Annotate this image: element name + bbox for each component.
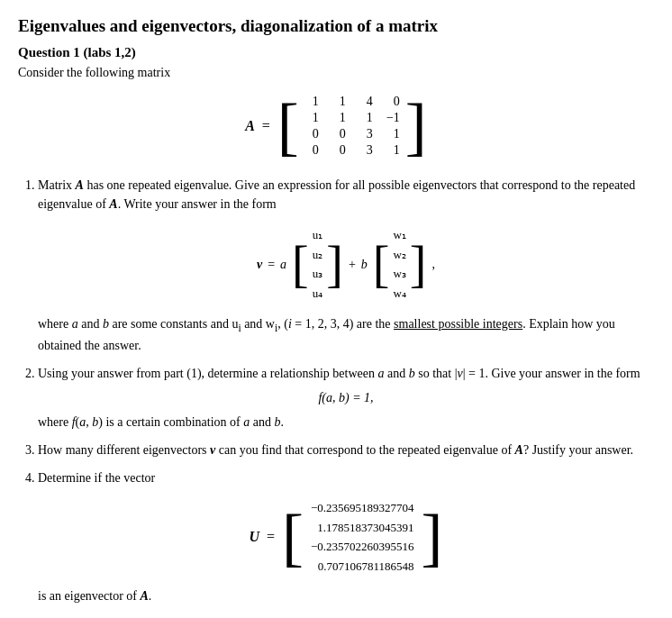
U-equals: = <box>267 526 275 548</box>
item2-text: Using your answer from part (1), determi… <box>38 367 640 380</box>
matrix-cell: 4 <box>359 95 373 109</box>
matrix-cell: 0 <box>304 127 319 141</box>
w-cell: w₂ <box>393 246 405 264</box>
matrix-cell: −1 <box>386 111 400 125</box>
bracket-left-icon: [ <box>277 94 299 159</box>
item1-text: Matrix A has one repeated eigenvalue. Gi… <box>38 178 635 211</box>
list-item-1: Matrix A has one repeated eigenvalue. Gi… <box>38 176 654 355</box>
matrix-cell: 0 <box>331 127 346 141</box>
equals-sign: = <box>262 118 270 134</box>
matrix-cell: 1 <box>304 111 319 125</box>
U-bracket-left-icon: [ <box>282 504 304 569</box>
w-cell: w₃ <box>393 265 405 283</box>
matrix-A-grid: 1 1 4 0 1 1 1 −1 0 0 3 1 0 0 3 1 <box>299 91 405 161</box>
U-bracket: [ −0.235695189327704 1.178518373045391 −… <box>282 496 443 577</box>
u-bracket-right-icon: ] <box>326 239 343 289</box>
u-cell: u₂ <box>313 246 323 264</box>
matrix-cell: 1 <box>331 111 346 125</box>
matrix-cell: 0 <box>386 95 400 109</box>
u-vector-bracket: [ u₁ u₂ u₃ u₄ ] <box>292 224 343 304</box>
item2-formula-after: where f(a, b) is a certain combination o… <box>38 415 284 429</box>
matrix-cell: 1 <box>386 127 400 141</box>
b-var: b <box>361 255 368 274</box>
item4-text-after: is an eigenvector of A. <box>38 589 151 603</box>
U-bracket-right-icon: ] <box>422 504 443 569</box>
w-bracket-left-icon: [ <box>373 239 390 289</box>
matrix-cell: 1 <box>359 111 373 125</box>
U-label: U <box>249 526 259 548</box>
list-item-3: How many different eigenvectors v can yo… <box>38 441 654 459</box>
u-bracket-left-icon: [ <box>292 239 309 289</box>
matrix-cell: 1 <box>304 95 319 109</box>
matrix-cell: 0 <box>331 143 346 158</box>
comma: , <box>432 255 436 274</box>
u-cell: u₃ <box>313 265 323 283</box>
matrix-cell: 3 <box>359 143 373 158</box>
equals: = <box>268 255 275 274</box>
matrix-cell: 1 <box>331 95 346 109</box>
w-vector-grid: w₁ w₂ w₃ w₄ <box>389 224 409 304</box>
u-cell: u₁ <box>313 226 323 244</box>
question-label: Question 1 (labs 1,2) <box>18 45 654 60</box>
bracket-right-icon: ] <box>405 94 427 159</box>
u-cell: u₄ <box>313 285 323 303</box>
item2-formula: f(a, b) = 1, <box>38 388 654 407</box>
question-list: Matrix A has one repeated eigenvalue. Gi… <box>18 176 654 618</box>
w-cell: w₄ <box>393 285 405 303</box>
page-title: Eigenvalues and eigenvectors, diagonaliz… <box>18 16 654 36</box>
item3-text: How many different eigenvectors v can yo… <box>38 443 633 457</box>
list-item-2: Using your answer from part (1), determi… <box>38 364 654 432</box>
u-vector-grid: u₁ u₂ u₃ u₄ <box>309 224 327 304</box>
a-var: a <box>280 255 286 274</box>
U-grid: −0.235695189327704 1.178518373045391 −0.… <box>304 496 422 577</box>
w-bracket-right-icon: ] <box>410 239 427 289</box>
U-matrix-container: U = [ −0.235695189327704 1.1785183730453… <box>38 496 654 577</box>
smallest-integers-label: smallest possible integers <box>394 317 522 331</box>
list-item-5: Is matrix A diagonalizable? Justify your… <box>38 614 654 618</box>
where-clause: where a and b are some constants and ui … <box>38 314 654 355</box>
U-cell: 0.707106781186548 <box>311 558 414 576</box>
U-cell: 1.178518373045391 <box>311 519 414 537</box>
matrix-cell: 1 <box>386 143 400 158</box>
w-cell: w₁ <box>393 226 405 244</box>
v-label: v <box>257 255 262 274</box>
intro-text: Consider the following matrix <box>18 66 654 80</box>
list-item-4: Determine if the vector U = [ −0.2356951… <box>38 468 654 605</box>
U-cell: −0.235695189327704 <box>311 499 414 517</box>
matrix-A-container: A = [ 1 1 4 0 1 1 1 −1 0 0 3 1 0 0 3 1 ] <box>18 91 654 161</box>
U-cell: −0.235702260395516 <box>311 538 414 556</box>
matrix-A-label: A <box>245 118 255 134</box>
matrix-A-bracket: [ 1 1 4 0 1 1 1 −1 0 0 3 1 0 0 3 1 ] <box>277 91 427 161</box>
vector-expression: v = a [ u₁ u₂ u₃ u₄ ] + b [ w₁ <box>38 224 654 304</box>
w-vector-bracket: [ w₁ w₂ w₃ w₄ ] <box>373 224 427 304</box>
plus-sign: + <box>349 255 356 274</box>
item4-text-before: Determine if the vector <box>38 471 155 485</box>
matrix-cell: 0 <box>304 143 319 158</box>
matrix-cell: 3 <box>359 127 373 141</box>
